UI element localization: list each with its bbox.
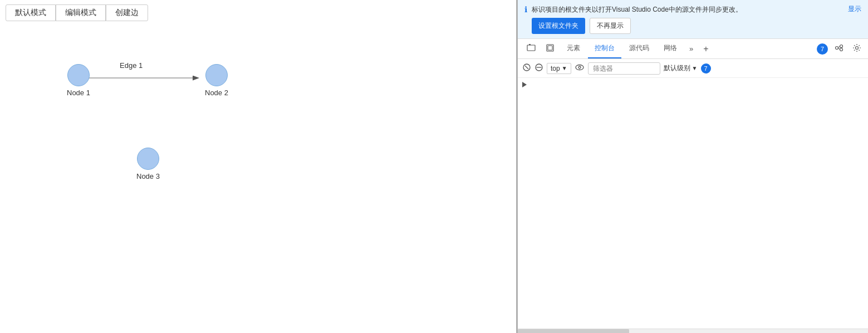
bottom-scroll-thumb bbox=[518, 329, 629, 333]
edit-mode-button[interactable]: 编辑模式 bbox=[56, 4, 106, 21]
tab-sources[interactable]: 源代码 bbox=[622, 39, 656, 58]
set-root-folder-button[interactable]: 设置根文件夹 bbox=[532, 18, 585, 34]
error-badge: 7 bbox=[817, 43, 828, 55]
svg-rect-1 bbox=[527, 45, 535, 51]
layers-tab-icon[interactable] bbox=[541, 40, 559, 57]
eye-icon[interactable] bbox=[575, 63, 585, 74]
node2-label: Node 2 bbox=[205, 89, 228, 97]
screenshot-tab-icon[interactable] bbox=[522, 40, 540, 57]
level-badge: 7 bbox=[701, 63, 711, 74]
console-toolbar: top ▼ 默认级别 ▼ 7 bbox=[518, 59, 868, 78]
tab-network[interactable]: 网络 bbox=[657, 39, 684, 58]
console-content bbox=[518, 78, 868, 329]
more-tabs-icon[interactable]: » bbox=[685, 41, 698, 56]
context-selector[interactable]: top ▼ bbox=[547, 63, 571, 74]
svg-point-7 bbox=[840, 48, 843, 51]
svg-point-6 bbox=[840, 45, 843, 48]
create-edge-button[interactable]: 创建边 bbox=[106, 4, 148, 21]
svg-point-5 bbox=[836, 47, 838, 50]
console-expand-row[interactable] bbox=[522, 80, 864, 89]
info-icon: ℹ bbox=[524, 5, 527, 14]
svg-point-16 bbox=[578, 66, 581, 68]
level-selector[interactable]: 默认级别 ▼ bbox=[664, 63, 698, 73]
node3[interactable]: Node 3 bbox=[136, 148, 160, 180]
show-link[interactable]: 显示 bbox=[848, 4, 861, 14]
svg-line-9 bbox=[838, 48, 840, 49]
node1-circle bbox=[67, 64, 90, 86]
level-chevron: ▼ bbox=[692, 65, 698, 71]
settings-icon[interactable] bbox=[850, 42, 864, 55]
info-text: 标识项目的根文件夹以打开Visual Studio Code中的源文件并同步更改… bbox=[532, 4, 742, 14]
svg-line-8 bbox=[838, 47, 840, 47]
node2-circle bbox=[205, 64, 228, 86]
toolbar: 默认模式 编辑模式 创建边 bbox=[0, 0, 154, 26]
chevron-right-icon bbox=[522, 82, 527, 87]
bottom-scrollbar[interactable] bbox=[518, 329, 868, 333]
add-tab-icon[interactable]: + bbox=[699, 41, 713, 57]
svg-rect-4 bbox=[548, 46, 552, 50]
node1[interactable]: Node 1 bbox=[67, 64, 90, 97]
edge-label: Edge 1 bbox=[120, 61, 143, 70]
node3-circle bbox=[137, 148, 159, 170]
svg-point-10 bbox=[856, 47, 859, 50]
block-icon[interactable] bbox=[534, 63, 543, 74]
level-label: 默认级别 bbox=[664, 63, 690, 73]
tab-console[interactable]: 控制台 bbox=[588, 39, 621, 58]
context-chevron: ▼ bbox=[562, 65, 567, 71]
dont-show-button[interactable]: 不再显示 bbox=[590, 18, 631, 34]
info-content: 标识项目的根文件夹以打开Visual Studio Code中的源文件并同步更改… bbox=[532, 4, 742, 34]
svg-rect-2 bbox=[529, 44, 531, 45]
info-banner: ℹ 标识项目的根文件夹以打开Visual Studio Code中的源文件并同步… bbox=[518, 0, 868, 39]
node3-label: Node 3 bbox=[136, 172, 160, 180]
node2[interactable]: Node 2 bbox=[205, 64, 228, 97]
connect-icon[interactable] bbox=[832, 42, 846, 55]
info-actions: 设置根文件夹 不再显示 bbox=[532, 18, 742, 34]
context-label: top bbox=[551, 65, 560, 72]
filter-input[interactable] bbox=[588, 62, 660, 75]
devtools-tabs-bar: 元素 控制台 源代码 网络 » + 7 bbox=[518, 39, 868, 59]
node1-label: Node 1 bbox=[67, 89, 90, 97]
default-mode-button[interactable]: 默认模式 bbox=[6, 4, 56, 21]
devtools-panel: ℹ 标识项目的根文件夹以打开Visual Studio Code中的源文件并同步… bbox=[518, 0, 868, 333]
tab-elements[interactable]: 元素 bbox=[560, 39, 587, 58]
svg-point-15 bbox=[576, 65, 583, 70]
clear-console-icon[interactable] bbox=[522, 63, 531, 74]
devtools-actions: 7 bbox=[817, 42, 864, 55]
graph-panel: 默认模式 编辑模式 创建边 Edge 1 Node 1 Node 2 bbox=[0, 0, 518, 333]
graph-canvas: Edge 1 Node 1 Node 2 Node 3 bbox=[0, 28, 516, 333]
svg-line-12 bbox=[525, 66, 528, 69]
